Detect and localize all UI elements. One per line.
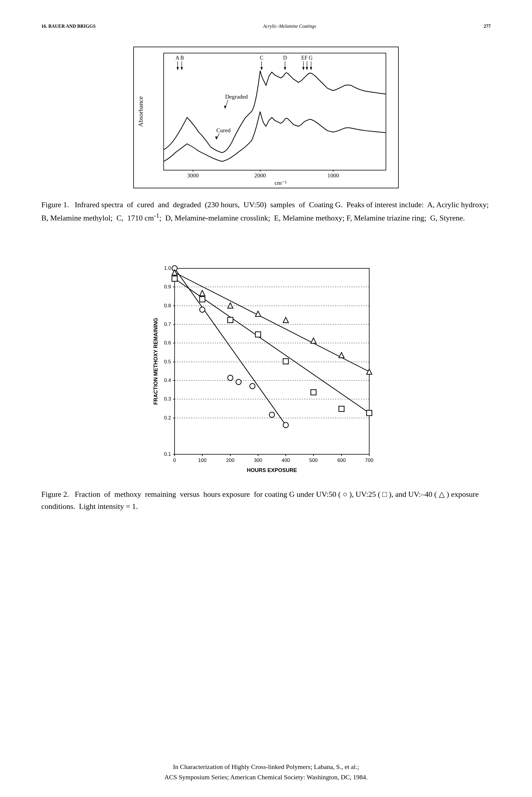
svg-point-86: [228, 375, 233, 380]
svg-point-87: [236, 379, 241, 385]
svg-text:HOURS EXPOSURE: HOURS EXPOSURE: [247, 467, 297, 473]
svg-text:0.4: 0.4: [164, 378, 171, 383]
svg-text:0.6: 0.6: [164, 340, 171, 346]
svg-text:0.5: 0.5: [164, 359, 171, 365]
svg-text:EF G: EF G: [301, 55, 312, 61]
figure1-container: Absorbance 3000 2000 1000 cm⁻¹ A B: [41, 47, 491, 242]
page-footer: In Characterization of Highly Cross-link…: [0, 762, 532, 782]
svg-text:200: 200: [226, 457, 234, 463]
header-center: Acrylic–Melamine Coatings: [263, 24, 316, 29]
svg-text:0: 0: [173, 457, 176, 463]
header-left: 16. BAUER AND BRIGGS: [41, 24, 96, 29]
svg-rect-92: [200, 297, 205, 302]
svg-text:0.9: 0.9: [164, 284, 171, 290]
svg-text:cm⁻¹: cm⁻¹: [274, 180, 287, 186]
svg-rect-0: [164, 53, 386, 170]
svg-text:2000: 2000: [254, 172, 266, 179]
svg-text:500: 500: [309, 457, 318, 463]
svg-point-89: [269, 412, 274, 417]
svg-rect-97: [339, 406, 344, 412]
svg-text:Absorbance: Absorbance: [137, 96, 144, 127]
svg-text:A B: A B: [175, 55, 184, 61]
figure2-caption-text: Figure 2. Fraction of methoxy remaining …: [41, 490, 479, 510]
svg-rect-96: [311, 390, 316, 395]
svg-text:C: C: [260, 55, 263, 61]
svg-rect-91: [172, 276, 177, 281]
svg-point-88: [250, 383, 255, 389]
svg-rect-33: [175, 268, 369, 454]
footer-line2: ACS Symposium Series; American Chemical …: [0, 772, 532, 782]
svg-text:300: 300: [254, 457, 262, 463]
svg-text:0.7: 0.7: [164, 322, 171, 327]
svg-rect-95: [283, 359, 288, 364]
svg-text:Cured: Cured: [216, 127, 231, 133]
svg-text:3000: 3000: [187, 172, 199, 179]
figure1-caption-line1: Figure 1. Infrared spectra of cured and …: [41, 200, 491, 222]
scatter-plot-chart: FRACTION METHOXY REMAINING 1.0 0.9 0.8 0…: [151, 254, 381, 478]
svg-text:0.3: 0.3: [164, 396, 171, 402]
svg-text:0.8: 0.8: [164, 303, 171, 308]
svg-rect-98: [366, 410, 372, 416]
svg-text:0.1: 0.1: [164, 451, 171, 457]
svg-rect-94: [255, 332, 261, 337]
svg-text:FRACTION METHOXY REMAINING: FRACTION METHOXY REMAINING: [153, 318, 159, 405]
svg-text:100: 100: [198, 457, 206, 463]
figure1-caption: Figure 1. Infrared spectra of cured and …: [41, 199, 491, 224]
footer-line1: In Characterization of Highly Cross-link…: [0, 762, 532, 772]
figure2-container: FRACTION METHOXY REMAINING 1.0 0.9 0.8 0…: [41, 254, 491, 530]
ir-spectrum-chart: Absorbance 3000 2000 1000 cm⁻¹ A B: [133, 47, 399, 188]
svg-text:1.0: 1.0: [164, 265, 171, 271]
svg-text:400: 400: [282, 457, 290, 463]
svg-rect-93: [228, 317, 233, 323]
svg-text:700: 700: [365, 457, 373, 463]
svg-text:1000: 1000: [327, 172, 339, 179]
page-header: 16. BAUER AND BRIGGS Acrylic–Melamine Co…: [41, 24, 491, 29]
svg-text:Degraded: Degraded: [225, 93, 248, 100]
svg-point-85: [200, 307, 205, 312]
svg-text:600: 600: [337, 457, 346, 463]
svg-text:D: D: [283, 55, 287, 61]
svg-point-90: [283, 422, 288, 428]
header-right: 277: [483, 24, 491, 29]
svg-text:0.2: 0.2: [164, 415, 171, 421]
figure2-caption: Figure 2. Fraction of methoxy remaining …: [41, 489, 491, 512]
